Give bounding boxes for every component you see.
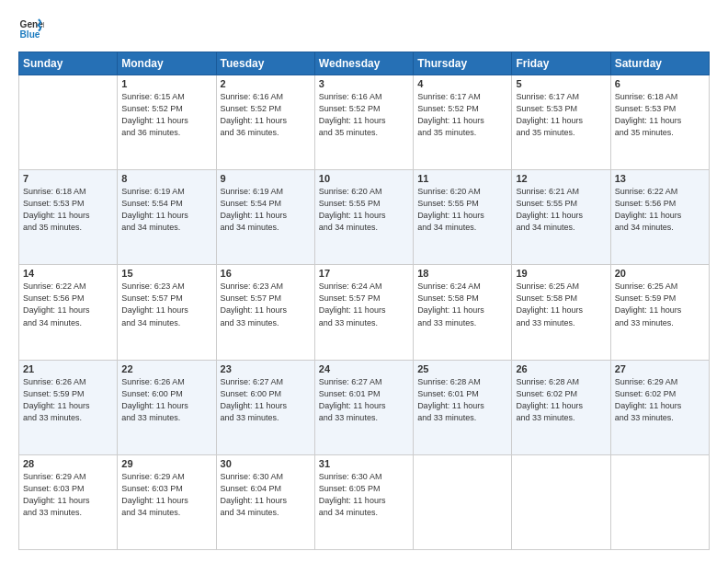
day-info: Sunrise: 6:25 AM Sunset: 5:58 PM Dayligh… <box>516 281 606 328</box>
calendar-cell: 20Sunrise: 6:25 AM Sunset: 5:59 PM Dayli… <box>610 265 709 360</box>
day-info: Sunrise: 6:16 AM Sunset: 5:52 PM Dayligh… <box>221 91 311 139</box>
day-number: 24 <box>319 363 409 374</box>
day-number: 30 <box>221 458 311 469</box>
calendar-cell: 24Sunrise: 6:27 AM Sunset: 6:01 PM Dayli… <box>314 360 413 454</box>
day-info: Sunrise: 6:24 AM Sunset: 5:58 PM Dayligh… <box>417 281 507 328</box>
day-info: Sunrise: 6:20 AM Sunset: 5:55 PM Dayligh… <box>417 186 507 234</box>
week-row-3: 21Sunrise: 6:26 AM Sunset: 5:59 PM Dayli… <box>19 360 710 454</box>
week-row-1: 7Sunrise: 6:18 AM Sunset: 5:53 PM Daylig… <box>19 170 710 265</box>
calendar-cell: 4Sunrise: 6:17 AM Sunset: 5:52 PM Daylig… <box>414 75 512 170</box>
calendar-cell <box>414 454 512 549</box>
calendar-cell <box>610 454 709 549</box>
weekday-header-friday: Friday <box>512 52 610 75</box>
day-number: 21 <box>23 363 113 374</box>
day-number: 14 <box>23 268 113 279</box>
calendar-cell: 26Sunrise: 6:28 AM Sunset: 6:02 PM Dayli… <box>512 360 610 454</box>
calendar-cell: 3Sunrise: 6:16 AM Sunset: 5:52 PM Daylig… <box>314 75 413 170</box>
day-number: 3 <box>319 78 409 89</box>
day-info: Sunrise: 6:27 AM Sunset: 6:01 PM Dayligh… <box>319 376 409 424</box>
calendar-cell: 29Sunrise: 6:29 AM Sunset: 6:03 PM Dayli… <box>118 454 216 549</box>
calendar-cell: 8Sunrise: 6:19 AM Sunset: 5:54 PM Daylig… <box>118 170 216 265</box>
day-info: Sunrise: 6:29 AM Sunset: 6:03 PM Dayligh… <box>23 471 113 519</box>
day-info: Sunrise: 6:21 AM Sunset: 5:55 PM Dayligh… <box>516 186 606 234</box>
calendar-cell: 11Sunrise: 6:20 AM Sunset: 5:55 PM Dayli… <box>414 170 512 265</box>
calendar-cell: 23Sunrise: 6:27 AM Sunset: 6:00 PM Dayli… <box>216 360 314 454</box>
logo-icon: General Blue <box>18 17 44 42</box>
day-number: 11 <box>417 173 507 184</box>
calendar-cell: 21Sunrise: 6:26 AM Sunset: 5:59 PM Dayli… <box>19 360 118 454</box>
day-info: Sunrise: 6:28 AM Sunset: 6:01 PM Dayligh… <box>417 376 507 424</box>
day-info: Sunrise: 6:23 AM Sunset: 5:57 PM Dayligh… <box>121 281 211 328</box>
day-info: Sunrise: 6:15 AM Sunset: 5:52 PM Dayligh… <box>121 91 211 139</box>
weekday-header-sunday: Sunday <box>19 52 118 75</box>
day-number: 10 <box>319 173 409 184</box>
day-info: Sunrise: 6:30 AM Sunset: 6:04 PM Dayligh… <box>221 471 311 519</box>
weekday-header-saturday: Saturday <box>610 52 709 75</box>
day-info: Sunrise: 6:19 AM Sunset: 5:54 PM Dayligh… <box>121 186 211 234</box>
weekday-header-thursday: Thursday <box>414 52 512 75</box>
page: General Blue SundayMondayTuesdayWednesda… <box>0 0 728 563</box>
calendar-cell: 12Sunrise: 6:21 AM Sunset: 5:55 PM Dayli… <box>512 170 610 265</box>
day-info: Sunrise: 6:26 AM Sunset: 5:59 PM Dayligh… <box>23 376 113 424</box>
weekday-header-tuesday: Tuesday <box>216 52 314 75</box>
calendar-cell: 28Sunrise: 6:29 AM Sunset: 6:03 PM Dayli… <box>19 454 118 549</box>
calendar-cell: 27Sunrise: 6:29 AM Sunset: 6:02 PM Dayli… <box>610 360 709 454</box>
calendar-cell: 6Sunrise: 6:18 AM Sunset: 5:53 PM Daylig… <box>610 75 709 170</box>
calendar-cell: 13Sunrise: 6:22 AM Sunset: 5:56 PM Dayli… <box>610 170 709 265</box>
calendar-cell: 16Sunrise: 6:23 AM Sunset: 5:57 PM Dayli… <box>216 265 314 360</box>
day-number: 29 <box>121 458 211 469</box>
calendar-cell <box>512 454 610 549</box>
day-info: Sunrise: 6:22 AM Sunset: 5:56 PM Dayligh… <box>615 186 705 234</box>
day-number: 16 <box>221 268 311 279</box>
day-info: Sunrise: 6:17 AM Sunset: 5:53 PM Dayligh… <box>516 91 606 139</box>
calendar-cell: 25Sunrise: 6:28 AM Sunset: 6:01 PM Dayli… <box>414 360 512 454</box>
day-info: Sunrise: 6:30 AM Sunset: 6:05 PM Dayligh… <box>319 471 409 519</box>
day-number: 4 <box>417 78 507 89</box>
calendar-cell: 15Sunrise: 6:23 AM Sunset: 5:57 PM Dayli… <box>118 265 216 360</box>
day-info: Sunrise: 6:25 AM Sunset: 5:59 PM Dayligh… <box>615 281 705 328</box>
day-info: Sunrise: 6:29 AM Sunset: 6:03 PM Dayligh… <box>121 471 211 519</box>
day-info: Sunrise: 6:24 AM Sunset: 5:57 PM Dayligh… <box>319 281 409 328</box>
calendar-cell: 10Sunrise: 6:20 AM Sunset: 5:55 PM Dayli… <box>314 170 413 265</box>
day-number: 20 <box>615 268 705 279</box>
day-number: 18 <box>417 268 507 279</box>
weekday-header-row: SundayMondayTuesdayWednesdayThursdayFrid… <box>19 52 710 75</box>
calendar-cell: 9Sunrise: 6:19 AM Sunset: 5:54 PM Daylig… <box>216 170 314 265</box>
calendar-cell: 18Sunrise: 6:24 AM Sunset: 5:58 PM Dayli… <box>414 265 512 360</box>
day-number: 25 <box>417 363 507 374</box>
day-info: Sunrise: 6:17 AM Sunset: 5:52 PM Dayligh… <box>417 91 507 139</box>
calendar-cell: 14Sunrise: 6:22 AM Sunset: 5:56 PM Dayli… <box>19 265 118 360</box>
day-info: Sunrise: 6:20 AM Sunset: 5:55 PM Dayligh… <box>319 186 409 234</box>
calendar-table: SundayMondayTuesdayWednesdayThursdayFrid… <box>18 52 710 550</box>
day-number: 7 <box>23 173 113 184</box>
calendar-cell <box>19 75 118 170</box>
calendar-cell: 1Sunrise: 6:15 AM Sunset: 5:52 PM Daylig… <box>118 75 216 170</box>
calendar-cell: 19Sunrise: 6:25 AM Sunset: 5:58 PM Dayli… <box>512 265 610 360</box>
day-number: 12 <box>516 173 606 184</box>
day-info: Sunrise: 6:28 AM Sunset: 6:02 PM Dayligh… <box>516 376 606 424</box>
calendar-cell: 31Sunrise: 6:30 AM Sunset: 6:05 PM Dayli… <box>314 454 413 549</box>
day-info: Sunrise: 6:18 AM Sunset: 5:53 PM Dayligh… <box>615 91 705 139</box>
day-number: 26 <box>516 363 606 374</box>
day-number: 13 <box>615 173 705 184</box>
week-row-4: 28Sunrise: 6:29 AM Sunset: 6:03 PM Dayli… <box>19 454 710 549</box>
day-number: 15 <box>121 268 211 279</box>
day-number: 23 <box>221 363 311 374</box>
day-number: 2 <box>221 78 311 89</box>
day-info: Sunrise: 6:26 AM Sunset: 6:00 PM Dayligh… <box>121 376 211 424</box>
day-number: 27 <box>615 363 705 374</box>
calendar-cell: 30Sunrise: 6:30 AM Sunset: 6:04 PM Dayli… <box>216 454 314 549</box>
day-info: Sunrise: 6:23 AM Sunset: 5:57 PM Dayligh… <box>221 281 311 328</box>
calendar-cell: 17Sunrise: 6:24 AM Sunset: 5:57 PM Dayli… <box>314 265 413 360</box>
day-info: Sunrise: 6:27 AM Sunset: 6:00 PM Dayligh… <box>221 376 311 424</box>
day-number: 17 <box>319 268 409 279</box>
day-number: 5 <box>516 78 606 89</box>
week-row-2: 14Sunrise: 6:22 AM Sunset: 5:56 PM Dayli… <box>19 265 710 360</box>
day-number: 31 <box>319 458 409 469</box>
day-info: Sunrise: 6:16 AM Sunset: 5:52 PM Dayligh… <box>319 91 409 139</box>
day-info: Sunrise: 6:29 AM Sunset: 6:02 PM Dayligh… <box>615 376 705 424</box>
calendar-cell: 7Sunrise: 6:18 AM Sunset: 5:53 PM Daylig… <box>19 170 118 265</box>
calendar-cell: 22Sunrise: 6:26 AM Sunset: 6:00 PM Dayli… <box>118 360 216 454</box>
day-number: 6 <box>615 78 705 89</box>
day-number: 28 <box>23 458 113 469</box>
